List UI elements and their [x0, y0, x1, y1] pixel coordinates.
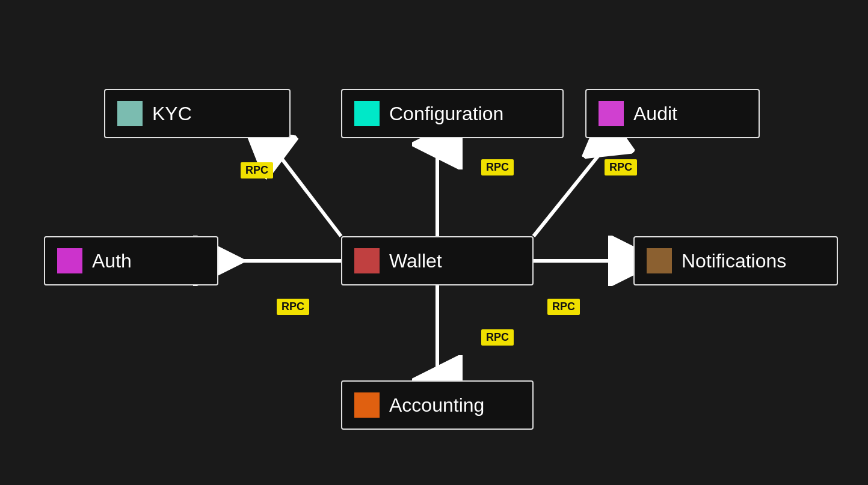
- rpc-badge-1: RPC: [241, 162, 273, 178]
- auth-icon: [57, 248, 82, 273]
- accounting-node: Accounting: [341, 380, 534, 430]
- kyc-icon: [117, 101, 143, 126]
- wallet-node: Wallet: [341, 236, 534, 285]
- auth-node: Auth: [44, 236, 218, 285]
- rpc-badge-4: RPC: [277, 299, 309, 315]
- wallet-label: Wallet: [389, 250, 442, 272]
- configuration-label: Configuration: [389, 103, 503, 125]
- rpc-badge-2: RPC: [481, 159, 514, 175]
- configuration-node: Configuration: [341, 89, 564, 138]
- audit-label: Audit: [633, 103, 677, 125]
- kyc-node: KYC: [104, 89, 291, 138]
- rpc-badge-3: RPC: [605, 159, 637, 175]
- audit-icon: [599, 101, 624, 126]
- wallet-icon: [354, 248, 380, 273]
- accounting-icon: [354, 392, 380, 418]
- audit-node: Audit: [585, 89, 760, 138]
- kyc-label: KYC: [152, 103, 192, 125]
- configuration-icon: [354, 101, 380, 126]
- notifications-label: Notifications: [682, 250, 786, 272]
- accounting-label: Accounting: [389, 394, 484, 416]
- rpc-badge-6: RPC: [481, 329, 514, 346]
- auth-label: Auth: [92, 250, 132, 272]
- svg-line-7: [271, 144, 341, 236]
- rpc-badge-5: RPC: [547, 299, 580, 315]
- notifications-node: Notifications: [633, 236, 838, 285]
- architecture-diagram: KYC Configuration Audit Auth Wallet Noti…: [0, 0, 868, 485]
- notifications-icon: [647, 248, 672, 273]
- svg-line-8: [534, 144, 608, 236]
